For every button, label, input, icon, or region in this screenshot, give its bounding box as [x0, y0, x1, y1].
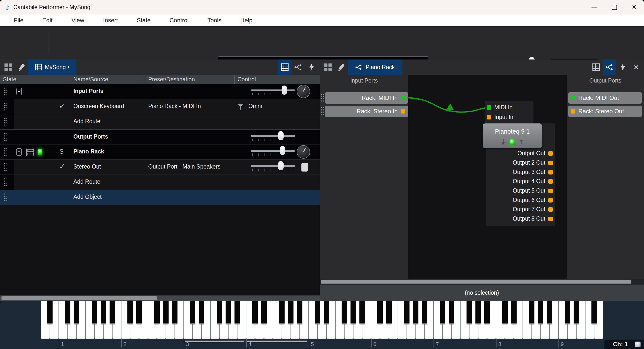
audio-port-square — [548, 179, 553, 184]
table-row-add-object[interactable]: Add Object — [0, 190, 320, 205]
tab-mysong[interactable]: MySong • — [28, 60, 76, 75]
table-row-input-ports[interactable]: Input Ports — [0, 84, 320, 99]
input-arrow-icon — [501, 139, 506, 145]
menu-tools[interactable]: Tools — [198, 17, 231, 24]
node-port-output[interactable]: Output 7 Out — [488, 206, 553, 213]
view-routing-button[interactable] — [292, 60, 305, 75]
pan-knob[interactable] — [297, 85, 310, 98]
audio-port-square — [548, 198, 553, 202]
port-label: Output 4 Out — [512, 178, 545, 185]
row-name: Stereo Out — [73, 163, 101, 170]
drag-handle-icon[interactable] — [4, 117, 7, 126]
panel-grid-icon[interactable] — [2, 60, 15, 75]
node-port-input-in[interactable]: Input In — [487, 114, 513, 120]
col-name-source: Name/Source — [73, 76, 108, 83]
row-name: Input Ports — [73, 88, 103, 94]
port-label: Rack: Stereo Out — [578, 108, 624, 115]
node-port-output[interactable]: Output 8 Out — [488, 216, 553, 222]
node-port-output[interactable]: Output 2 Out — [488, 160, 553, 166]
port-label: Input In — [494, 114, 513, 120]
menu-help[interactable]: Help — [231, 17, 262, 24]
table-row-onscreen-keyboard[interactable]: ✓ Onscreen Keyboard Piano Rack - MIDI In… — [0, 99, 320, 114]
menu-insert[interactable]: Insert — [94, 17, 128, 24]
gain-slider[interactable] — [251, 162, 295, 173]
row-name: Add Object — [73, 194, 102, 200]
menu-control[interactable]: Control — [160, 17, 198, 24]
port-label: Output 6 Out — [512, 197, 545, 204]
view-table-button[interactable] — [278, 60, 292, 75]
audio-port-square — [571, 109, 575, 114]
song-panel-header: MySong • — [0, 60, 320, 75]
drag-handle-icon[interactable] — [4, 178, 7, 187]
drag-handle-icon[interactable] — [4, 148, 7, 157]
port-rack-stereo-in[interactable]: Rack: Stereo In — [325, 106, 408, 117]
port-label: Output 3 Out — [512, 169, 545, 176]
node-port-output[interactable]: Output 5 Out — [488, 188, 553, 194]
row-destination: Piano Rack - MIDI In — [148, 103, 201, 110]
toolbar-separator — [48, 32, 49, 54]
menu-file[interactable]: File — [4, 17, 33, 24]
node-port-midi-in[interactable]: MIDI In — [487, 104, 512, 111]
enabled-check-icon[interactable]: ✓ — [59, 102, 65, 110]
gain-slider[interactable] — [251, 86, 295, 97]
table-row-add-route-2[interactable]: Add Route — [0, 175, 320, 190]
view-routing-button[interactable] — [603, 60, 616, 75]
gain-slider[interactable] — [251, 147, 295, 158]
enabled-check-icon[interactable]: ✓ — [59, 162, 65, 171]
bindings-lightning-icon[interactable] — [616, 60, 630, 75]
maximize-button[interactable] — [604, 0, 624, 14]
close-button[interactable]: ✕ — [624, 0, 644, 14]
drag-handle-icon[interactable] — [321, 106, 324, 116]
left-hscrollbar-thumb[interactable] — [2, 296, 157, 300]
channel-indicator[interactable]: Ch: 1 — [604, 340, 644, 349]
col-preset-destination: Preset/Destination — [148, 76, 195, 83]
node-port-output[interactable]: Output 3 Out — [488, 169, 553, 176]
filter-funnel-icon[interactable] — [237, 103, 244, 112]
menu-state[interactable]: State — [128, 17, 160, 24]
port-label: Output 7 Out — [512, 206, 545, 213]
drag-handle-icon[interactable] — [4, 132, 7, 142]
node-port-output[interactable]: Output Out — [488, 150, 553, 157]
table-row-piano-rack[interactable]: S Piano Rack — [0, 144, 320, 160]
midi-port-square — [571, 96, 575, 100]
edit-pencil-icon[interactable] — [335, 60, 348, 75]
route-toggle-button[interactable] — [302, 163, 308, 172]
panel-grid-icon[interactable] — [321, 60, 335, 75]
menu-view[interactable]: View — [62, 17, 94, 24]
table-row-add-route[interactable]: Add Route — [0, 114, 320, 130]
view-table-button[interactable] — [590, 60, 603, 75]
drag-handle-icon[interactable] — [4, 162, 7, 172]
port-rack-stereo-out[interactable]: Rack: Stereo Out — [568, 106, 642, 117]
output-ports-title: Output Ports — [567, 77, 644, 84]
drag-handle-icon[interactable] — [4, 87, 7, 96]
node-port-output[interactable]: Output 4 Out — [488, 178, 553, 185]
plugin-node-header[interactable]: Pianoteq 9 1 — [483, 124, 542, 148]
drag-handle-icon[interactable] — [4, 102, 7, 111]
filter-funnel-icon — [518, 139, 524, 145]
channel-label: Ch: 1 — [613, 341, 628, 348]
minimize-button[interactable]: — — [584, 0, 604, 14]
menu-edit[interactable]: Edit — [33, 17, 62, 24]
rack-hscrollbar-thumb[interactable] — [321, 280, 631, 284]
port-rack-midi-in[interactable]: Rack: MIDI In — [325, 92, 408, 104]
gain-slider[interactable] — [251, 132, 295, 143]
plugin-name: Pianoteq 9 1 — [483, 128, 542, 135]
drag-handle-icon[interactable] — [4, 193, 7, 202]
bindings-lightning-icon[interactable] — [305, 60, 318, 75]
tab-piano-rack[interactable]: Piano Rack — [348, 60, 402, 75]
state-letter: S — [60, 148, 64, 155]
app-logo-icon: ♪ — [6, 3, 10, 12]
pan-knob[interactable] — [297, 145, 310, 159]
drag-handle-icon[interactable] — [321, 93, 324, 102]
midi-port-square — [401, 96, 405, 100]
table-row-stereo-out[interactable]: ✓ Stereo Out Output Port - Main Speakers — [0, 160, 320, 175]
edit-pencil-icon[interactable] — [15, 60, 28, 75]
port-rack-midi-out[interactable]: Rack: MIDI Out — [568, 92, 642, 104]
node-port-output[interactable]: Output 6 Out — [488, 197, 553, 204]
close-panel-icon[interactable]: ✕ — [630, 60, 643, 75]
collapse-toggle[interactable] — [16, 148, 22, 156]
collapse-toggle[interactable] — [16, 88, 22, 95]
table-row-output-ports[interactable]: Output Ports — [0, 130, 320, 144]
input-ports-title: Input Ports — [320, 77, 408, 84]
active-led — [38, 149, 42, 156]
